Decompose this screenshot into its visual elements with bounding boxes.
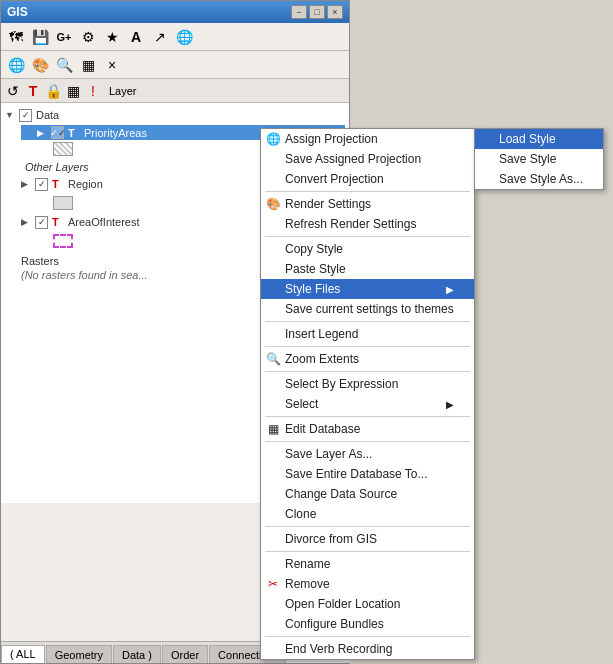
rotate-icon[interactable]: ↺: [5, 83, 21, 99]
title-bar-controls: − □ ×: [291, 5, 343, 19]
menu-end-verb-recording[interactable]: End Verb Recording: [261, 639, 474, 659]
alert-icon[interactable]: !: [85, 83, 101, 99]
sep-10: [265, 636, 470, 637]
restore-button[interactable]: □: [309, 5, 325, 19]
tab-all[interactable]: ( ALL: [1, 645, 45, 663]
menu-render-settings[interactable]: 🎨 Render Settings: [261, 194, 474, 214]
projection-icon: 🌐: [265, 131, 281, 147]
expand-arrow-priority[interactable]: ▶: [37, 128, 47, 138]
add-layer-icon[interactable]: G+: [53, 26, 75, 48]
menu-divorce-from-gis[interactable]: Divorce from GIS: [261, 529, 474, 549]
menu-save-themes-label: Save current settings to themes: [285, 302, 454, 316]
menu-insert-legend[interactable]: Insert Legend: [261, 324, 474, 344]
grid-icon[interactable]: ▦: [77, 54, 99, 76]
layer-grid-icon[interactable]: ▦: [65, 83, 81, 99]
menu-save-themes[interactable]: Save current settings to themes: [261, 299, 474, 319]
menu-save-style-as[interactable]: Save Style As...: [475, 169, 603, 189]
menu-save-entire-db-label: Save Entire Database To...: [285, 467, 428, 481]
tab-data[interactable]: Data ): [113, 645, 161, 663]
menu-open-folder[interactable]: Open Folder Location: [261, 594, 474, 614]
text-tool-icon[interactable]: T: [25, 83, 41, 99]
menu-save-layer-as[interactable]: Save Layer As...: [261, 444, 474, 464]
menu-end-verb-recording-label: End Verb Recording: [285, 642, 392, 656]
menu-paste-style-label: Paste Style: [285, 262, 346, 276]
globe-icon[interactable]: 🌐: [173, 26, 195, 48]
aoi-checkbox[interactable]: [35, 216, 48, 229]
menu-remove[interactable]: ✂ Remove: [261, 574, 474, 594]
arrow-icon[interactable]: ↗: [149, 26, 171, 48]
menu-clone-label: Clone: [285, 507, 316, 521]
menu-select-by-expression-label: Select By Expression: [285, 377, 398, 391]
sep-9: [265, 551, 470, 552]
menu-refresh-render[interactable]: Refresh Render Settings: [261, 214, 474, 234]
region-checkbox[interactable]: [35, 178, 48, 191]
menu-change-data-source[interactable]: Change Data Source: [261, 484, 474, 504]
menu-select-label: Select: [285, 397, 318, 411]
tab-order[interactable]: Order: [162, 645, 208, 663]
menu-select-by-expression[interactable]: Select By Expression: [261, 374, 474, 394]
menu-load-style[interactable]: Load Style: [475, 129, 603, 149]
context-menu: 🌐 Assign Projection Save Assigned Projec…: [260, 128, 475, 660]
select-arrow: ▶: [446, 399, 454, 410]
color-icon[interactable]: 🎨: [29, 54, 51, 76]
layer-type-icon: T: [68, 127, 80, 139]
menu-edit-database-label: Edit Database: [285, 422, 360, 436]
settings-icon[interactable]: ⚙: [77, 26, 99, 48]
style-files-arrow: ▶: [446, 284, 454, 295]
menu-configure-bundles[interactable]: Configure Bundles: [261, 614, 474, 634]
db-icon: ▦: [265, 421, 281, 437]
minimize-button[interactable]: −: [291, 5, 307, 19]
menu-paste-style[interactable]: Paste Style: [261, 259, 474, 279]
menu-save-layer-as-label: Save Layer As...: [285, 447, 372, 461]
font-icon[interactable]: A: [125, 26, 147, 48]
layer-column-header: Layer: [109, 85, 137, 97]
save-icon[interactable]: 💾: [29, 26, 51, 48]
menu-convert-projection[interactable]: Convert Projection: [261, 169, 474, 189]
menu-change-data-source-label: Change Data Source: [285, 487, 397, 501]
region-label: Region: [68, 178, 103, 190]
zoom-menu-icon: 🔍: [265, 351, 281, 367]
menu-save-style[interactable]: Save Style: [475, 149, 603, 169]
menu-refresh-render-label: Refresh Render Settings: [285, 217, 416, 231]
menu-save-entire-db[interactable]: Save Entire Database To...: [261, 464, 474, 484]
priority-areas-checkbox[interactable]: ✓: [51, 126, 64, 139]
menu-copy-style[interactable]: Copy Style: [261, 239, 474, 259]
data-group-checkbox[interactable]: [19, 109, 32, 122]
priority-areas-label: PriorityAreas: [84, 127, 147, 139]
zoom-icon[interactable]: 🔍: [53, 54, 75, 76]
sep-4: [265, 346, 470, 347]
menu-save-style-as-label: Save Style As...: [499, 172, 583, 186]
toolbar-row-1: 🗺 💾 G+ ⚙ ★ A ↗ 🌐: [1, 23, 349, 51]
title-bar: GIS − □ ×: [1, 1, 349, 23]
tab-geometry[interactable]: Geometry: [46, 645, 112, 663]
menu-select[interactable]: Select ▶: [261, 394, 474, 414]
expand-arrow-data[interactable]: ▼: [5, 110, 15, 120]
menu-rename[interactable]: Rename: [261, 554, 474, 574]
close-button[interactable]: ×: [327, 5, 343, 19]
menu-assign-projection[interactable]: 🌐 Assign Projection: [261, 129, 474, 149]
sep-7: [265, 441, 470, 442]
region-type-icon: T: [52, 178, 64, 190]
menu-save-style-label: Save Style: [499, 152, 556, 166]
menu-edit-database[interactable]: ▦ Edit Database: [261, 419, 474, 439]
lock-icon[interactable]: 🔒: [45, 83, 61, 99]
expand-arrow-aoi[interactable]: ▶: [21, 217, 31, 227]
map-icon[interactable]: 🗺: [5, 26, 27, 48]
menu-render-settings-label: Render Settings: [285, 197, 371, 211]
menu-zoom-extents[interactable]: 🔍 Zoom Extents: [261, 349, 474, 369]
star-icon[interactable]: ★: [101, 26, 123, 48]
expand-arrow-region[interactable]: ▶: [21, 179, 31, 189]
menu-assign-projection-label: Assign Projection: [285, 132, 378, 146]
menu-style-files[interactable]: Style Files ▶: [261, 279, 474, 299]
sep-5: [265, 371, 470, 372]
menu-save-assigned-projection[interactable]: Save Assigned Projection: [261, 149, 474, 169]
clear-icon[interactable]: ×: [101, 54, 123, 76]
menu-clone[interactable]: Clone: [261, 504, 474, 524]
refresh-icon[interactable]: 🌐: [5, 54, 27, 76]
render-icon: 🎨: [265, 196, 281, 212]
menu-divorce-from-gis-label: Divorce from GIS: [285, 532, 377, 546]
data-group-header: ▼ Data: [5, 105, 345, 125]
toolbar-row-2: 🌐 🎨 🔍 ▦ ×: [1, 51, 349, 79]
menu-load-style-label: Load Style: [499, 132, 556, 146]
data-group-label: Data: [36, 109, 59, 121]
